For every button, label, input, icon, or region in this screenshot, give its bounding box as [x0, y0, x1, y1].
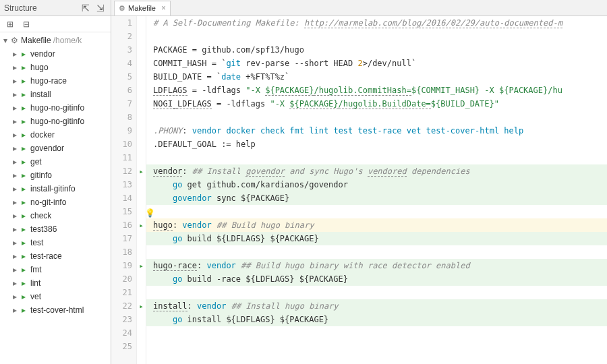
tree-item[interactable]: ▸▸lint: [0, 276, 111, 290]
chevron-right-icon[interactable]: ▸: [11, 198, 19, 207]
code-line[interactable]: hugo: vendor ## Build hugo binary: [146, 218, 607, 232]
tree-item-label: check: [30, 211, 51, 220]
target-icon: ▸: [19, 171, 28, 180]
chevron-right-icon[interactable]: ▸: [11, 184, 19, 193]
chevron-right-icon[interactable]: ▸: [11, 278, 19, 288]
target-icon: ▸: [19, 265, 28, 274]
code-line[interactable]: LDFLAGS = -ldflags "-X ${PACKAGE}/hugoli…: [146, 84, 607, 97]
code-line[interactable]: go install ${LDFLAGS} ${PACKAGE}: [146, 313, 607, 326]
run-target-icon[interactable]: ▸: [137, 299, 146, 313]
line-number: 19: [111, 259, 136, 272]
tree-item[interactable]: ▸▸install-gitinfo: [0, 182, 111, 195]
tree-root[interactable]: ▾ ⚙ Makefile /home/k: [0, 34, 111, 47]
code-line[interactable]: [146, 340, 607, 353]
code-line[interactable]: [146, 30, 607, 43]
target-icon: ▸: [19, 90, 28, 99]
code-line[interactable]: COMMIT_HASH = `git rev-parse --short HEA…: [146, 57, 607, 70]
tree-item[interactable]: ▸▸docker: [0, 128, 111, 142]
code-line[interactable]: [146, 111, 607, 124]
chevron-right-icon[interactable]: ▸: [11, 103, 19, 113]
tree-item-label: govendor: [30, 144, 64, 153]
code-line[interactable]: 💡: [146, 205, 607, 218]
collapse-icon[interactable]: ⇱: [80, 2, 92, 14]
tree-item[interactable]: ▸▸gitinfo: [0, 169, 111, 182]
tree-item-label: no-git-info: [30, 198, 66, 207]
makefile-icon: ⚙: [9, 36, 19, 45]
code-line[interactable]: BUILD_DATE = `date +%FT%T%z`: [146, 70, 607, 84]
chevron-right-icon[interactable]: ▸: [11, 171, 19, 180]
line-number: 18: [111, 245, 136, 259]
chevron-right-icon[interactable]: ▸: [11, 49, 19, 59]
code-line[interactable]: [146, 151, 607, 164]
code-area[interactable]: # A Self-Documenting Makefile: http://ma…: [146, 16, 607, 364]
tab-makefile[interactable]: ⚙ Makefile ×: [114, 1, 171, 16]
code-line[interactable]: go build ${LDFLAGS} ${PACKAGE}: [146, 232, 607, 245]
gutter-spacer: [137, 97, 146, 111]
gutter-spacer: [137, 151, 146, 164]
collapse-all-icon[interactable]: ⊟: [19, 18, 34, 31]
tree-item[interactable]: ▸▸no-git-info: [0, 195, 111, 209]
tree-item[interactable]: ▸▸govendor: [0, 142, 111, 155]
tree-item[interactable]: ▸▸test-race: [0, 249, 111, 263]
chevron-right-icon[interactable]: ▸: [11, 292, 19, 301]
chevron-right-icon[interactable]: ▸: [11, 157, 19, 166]
tree-item[interactable]: ▸▸test386: [0, 222, 111, 236]
chevron-right-icon[interactable]: ▸: [11, 238, 19, 247]
code-line[interactable]: [146, 245, 607, 259]
gutter-spacer: [137, 30, 146, 43]
chevron-right-icon[interactable]: ▸: [11, 211, 19, 220]
tree-item[interactable]: ▸▸test-cover-html: [0, 303, 111, 317]
run-target-icon[interactable]: ▸: [137, 164, 146, 178]
tree-item[interactable]: ▸▸get: [0, 155, 111, 169]
tree-item[interactable]: ▸▸hugo-no-gitinfo: [0, 101, 111, 115]
code-line[interactable]: .DEFAULT_GOAL := help: [146, 138, 607, 151]
code-line[interactable]: PACKAGE = github.com/spf13/hugo: [146, 43, 607, 57]
chevron-right-icon[interactable]: ▸: [11, 130, 19, 140]
code-line[interactable]: # A Self-Documenting Makefile: http://ma…: [146, 16, 607, 30]
chevron-right-icon[interactable]: ▸: [11, 305, 19, 315]
tree-item-label: hugo-no-gitinfo: [30, 117, 84, 126]
lightbulb-icon[interactable]: 💡: [146, 206, 155, 220]
structure-tree[interactable]: ▾ ⚙ Makefile /home/k ▸▸vendor▸▸hugo▸▸hug…: [0, 32, 111, 364]
code-line[interactable]: .PHONY: vendor docker check fmt lint tes…: [146, 124, 607, 138]
chevron-right-icon[interactable]: ▸: [11, 90, 19, 99]
tree-item[interactable]: ▸▸vet: [0, 290, 111, 303]
tree-item[interactable]: ▸▸install: [0, 88, 111, 101]
code-line[interactable]: install: vendor ## Install hugo binary: [146, 299, 607, 313]
tree-item[interactable]: ▸▸check: [0, 209, 111, 222]
chevron-right-icon[interactable]: ▸: [11, 144, 19, 153]
code-line[interactable]: [146, 326, 607, 340]
target-icon: ▸: [19, 49, 28, 59]
tree-item[interactable]: ▸▸hugo-race: [0, 74, 111, 88]
code-line[interactable]: govendor sync ${PACKAGE}: [146, 191, 607, 205]
chevron-right-icon[interactable]: ▸: [11, 251, 19, 261]
line-number: 4: [111, 57, 136, 70]
code-line[interactable]: vendor: ## Install govendor and sync Hug…: [146, 164, 607, 178]
chevron-right-icon[interactable]: ▸: [11, 224, 19, 234]
run-target-icon[interactable]: ▸: [137, 218, 146, 232]
settings-icon[interactable]: ⇲: [94, 2, 107, 14]
tree-item[interactable]: ▸▸test: [0, 236, 111, 249]
tree-item[interactable]: ▸▸hugo-no-gitinfo: [0, 115, 111, 128]
chevron-right-icon[interactable]: ▸: [11, 63, 19, 72]
tree-item[interactable]: ▸▸hugo: [0, 61, 111, 74]
code-editor[interactable]: 1234567891011121314151617181920212223242…: [111, 16, 607, 364]
tree-item-label: gitinfo: [30, 171, 52, 180]
tree-item[interactable]: ▸▸vendor: [0, 47, 111, 61]
gutter-spacer: [137, 43, 146, 57]
run-target-icon[interactable]: ▸: [137, 259, 146, 272]
code-line[interactable]: hugo-race: vendor ## Build hugo binary w…: [146, 259, 607, 272]
close-icon[interactable]: ×: [161, 3, 166, 13]
code-line[interactable]: NOGI_LDFLAGS = -ldflags "-X ${PACKAGE}/h…: [146, 97, 607, 111]
expand-all-icon[interactable]: ⊞: [3, 18, 18, 31]
code-line[interactable]: [146, 286, 607, 299]
chevron-right-icon[interactable]: ▸: [11, 117, 19, 126]
chevron-right-icon[interactable]: ▸: [11, 76, 19, 86]
chevron-down-icon[interactable]: ▾: [1, 36, 9, 45]
code-line[interactable]: go build -race ${LDFLAGS} ${PACKAGE}: [146, 272, 607, 286]
chevron-right-icon[interactable]: ▸: [11, 265, 19, 274]
line-number: 8: [111, 111, 136, 124]
tree-item[interactable]: ▸▸fmt: [0, 263, 111, 276]
target-icon: ▸: [19, 76, 28, 86]
code-line[interactable]: go get github.com/kardianos/govendor: [146, 178, 607, 191]
